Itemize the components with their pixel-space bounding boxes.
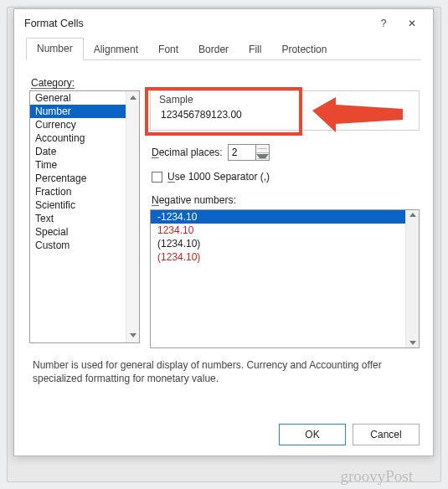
category-label: Category: bbox=[31, 77, 420, 89]
negative-option-4[interactable]: (1234.10) bbox=[151, 250, 419, 264]
category-item-percentage[interactable]: Percentage bbox=[30, 172, 139, 185]
category-item-date[interactable]: Date bbox=[30, 145, 139, 158]
category-item-scientific[interactable]: Scientific bbox=[30, 198, 139, 212]
checkbox-icon bbox=[152, 172, 162, 183]
ok-button[interactable]: OK bbox=[279, 424, 346, 445]
category-scrollbar[interactable] bbox=[126, 91, 139, 342]
sample-label: Sample bbox=[157, 94, 412, 106]
tab-protection[interactable]: Protection bbox=[271, 39, 337, 60]
thousands-separator-label: Use 1000 Separator (,) bbox=[167, 171, 270, 183]
spin-up-icon[interactable] bbox=[256, 145, 269, 153]
category-item-number[interactable]: Number bbox=[30, 105, 139, 118]
scroll-down-icon[interactable] bbox=[129, 332, 136, 340]
negative-option-2[interactable]: 1234.10 bbox=[151, 224, 419, 237]
category-item-custom[interactable]: Custom bbox=[30, 239, 139, 252]
category-item-text[interactable]: Text bbox=[30, 212, 139, 225]
negative-scrollbar[interactable] bbox=[405, 210, 419, 347]
tab-fill[interactable]: Fill bbox=[239, 39, 271, 60]
close-button[interactable]: ✕ bbox=[398, 12, 426, 35]
tab-alignment[interactable]: Alignment bbox=[84, 39, 148, 60]
negative-option-3[interactable]: (1234.10) bbox=[151, 237, 419, 250]
decimal-places-spinner[interactable] bbox=[256, 144, 270, 161]
decimal-places-label: Decimal places: bbox=[152, 147, 223, 158]
category-item-time[interactable]: Time bbox=[30, 158, 139, 172]
titlebar: Format Cells ? ✕ bbox=[14, 9, 433, 38]
tabstrip: Number Alignment Font Border Fill Protec… bbox=[14, 38, 433, 60]
sample-value: 123456789123.00 bbox=[157, 109, 412, 121]
category-item-accounting[interactable]: Accounting bbox=[30, 131, 139, 145]
dialog-footer: OK Cancel bbox=[279, 424, 420, 445]
negative-option-1[interactable]: -1234.10 bbox=[151, 210, 419, 224]
negative-numbers-listbox[interactable]: -1234.10 1234.10 (1234.10) (1234.10) bbox=[150, 209, 420, 348]
decimal-places-field: Decimal places: bbox=[152, 144, 420, 161]
scroll-up-icon[interactable] bbox=[409, 213, 416, 217]
cancel-button[interactable]: Cancel bbox=[353, 424, 420, 445]
tab-content: Category: General Number Currency Accoun… bbox=[14, 60, 433, 397]
spin-down-icon[interactable] bbox=[256, 153, 269, 161]
decimal-places-input[interactable] bbox=[228, 144, 256, 161]
category-item-special[interactable]: Special bbox=[30, 225, 139, 239]
tab-font[interactable]: Font bbox=[148, 39, 188, 60]
format-description: Number is used for general display of nu… bbox=[33, 358, 416, 385]
help-button[interactable]: ? bbox=[369, 12, 398, 35]
category-item-currency[interactable]: Currency bbox=[30, 118, 139, 131]
sample-group: Sample 123456789123.00 bbox=[150, 90, 420, 131]
category-item-fraction[interactable]: Fraction bbox=[30, 185, 139, 198]
help-icon: ? bbox=[381, 18, 387, 29]
close-icon: ✕ bbox=[408, 18, 416, 29]
scroll-up-icon[interactable] bbox=[129, 94, 136, 102]
dialog-title: Format Cells bbox=[24, 18, 369, 29]
tab-border[interactable]: Border bbox=[188, 39, 239, 60]
thousands-separator-checkbox[interactable]: Use 1000 Separator (,) bbox=[152, 171, 420, 183]
scroll-down-icon[interactable] bbox=[409, 341, 416, 345]
tab-number[interactable]: Number bbox=[26, 38, 84, 60]
category-listbox[interactable]: General Number Currency Accounting Date … bbox=[29, 90, 140, 343]
category-item-general[interactable]: General bbox=[30, 91, 139, 105]
format-cells-dialog: Format Cells ? ✕ Number Alignment Font B… bbox=[13, 8, 434, 456]
negative-numbers-label: Negative numbers: bbox=[152, 194, 420, 206]
